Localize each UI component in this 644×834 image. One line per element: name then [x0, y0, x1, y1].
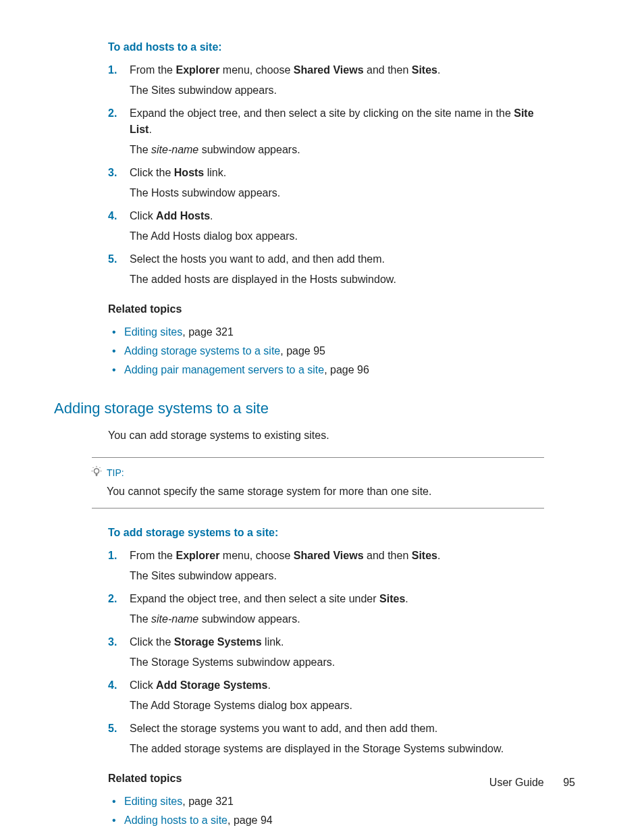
svg-line-5	[100, 467, 101, 468]
related-link[interactable]: Adding pair management servers to a site	[124, 364, 324, 375]
step-number: 3.	[108, 634, 117, 650]
step-item: 2. Expand the object tree, and then sele…	[108, 105, 544, 158]
tip-callout: TIP: You cannot specify the same storage…	[92, 457, 544, 509]
lightbulb-icon	[90, 466, 103, 478]
doc-title: User Guide	[489, 777, 544, 788]
procedure-title: To add hosts to a site:	[108, 39, 544, 55]
step-item: 5. Select the hosts you want to add, and…	[108, 251, 544, 288]
list-item: Adding pair management servers to a site…	[108, 831, 544, 834]
related-link[interactable]: Editing sites	[124, 326, 182, 338]
related-topics-list: Editing sites, page 321 Adding hosts to …	[108, 793, 544, 834]
svg-point-0	[94, 469, 99, 474]
step-result: The Add Hosts dialog box appears.	[130, 228, 544, 244]
procedure-steps: 1. From the Explorer menu, choose Shared…	[108, 548, 544, 757]
step-result: The Add Storage Systems dialog box appea…	[130, 698, 544, 714]
section-heading: Adding storage systems to a site	[54, 397, 544, 419]
step-text: From the Explorer menu, choose Shared Vi…	[130, 62, 544, 78]
list-item: Adding storage systems to a site, page 9…	[108, 343, 544, 359]
step-item: 3. Click the Storage Systems link. The S…	[108, 634, 544, 671]
section-intro: You can add storage systems to existing …	[108, 427, 544, 444]
step-text: From the Explorer menu, choose Shared Vi…	[130, 548, 544, 564]
step-item: 4. Click Add Hosts. The Add Hosts dialog…	[108, 208, 544, 244]
step-result: The site-name subwindow appears.	[130, 611, 544, 627]
step-result: The Sites subwindow appears.	[130, 82, 544, 99]
step-number: 5.	[108, 721, 117, 737]
list-item: Adding hosts to a site, page 94	[108, 812, 544, 829]
step-number: 4.	[108, 208, 117, 224]
page-number: 95	[563, 777, 575, 788]
step-item: 2. Expand the object tree, and then sele…	[108, 591, 544, 627]
list-item: Editing sites, page 321	[108, 793, 544, 810]
step-item: 3. Click the Hosts link. The Hosts subwi…	[108, 165, 544, 201]
procedure-title: To add storage systems to a site:	[108, 525, 544, 541]
step-text: Click the Storage Systems link.	[130, 634, 544, 650]
step-number: 2.	[108, 105, 117, 122]
step-item: 1. From the Explorer menu, choose Shared…	[108, 62, 544, 99]
step-text: Expand the object tree, and then select …	[130, 591, 544, 607]
list-item: Editing sites, page 321	[108, 324, 544, 340]
step-number: 1.	[108, 62, 117, 78]
step-number: 5.	[108, 251, 117, 267]
step-result: The site-name subwindow appears.	[130, 142, 544, 158]
svg-line-4	[93, 467, 94, 468]
related-topics-heading: Related topics	[108, 771, 544, 787]
related-topics-heading: Related topics	[108, 301, 544, 317]
step-text: Click the Hosts link.	[130, 165, 544, 181]
step-result: The Hosts subwindow appears.	[130, 185, 544, 201]
step-text: Expand the object tree, and then select …	[130, 105, 544, 138]
step-text: Select the hosts you want to add, and th…	[130, 251, 544, 267]
step-number: 2.	[108, 591, 117, 607]
related-topics-list: Editing sites, page 321 Adding storage s…	[108, 324, 544, 378]
step-result: The Sites subwindow appears.	[130, 568, 544, 584]
step-result: The added storage systems are displayed …	[130, 741, 544, 757]
step-text: Select the storage systems you want to a…	[130, 721, 544, 737]
step-item: 5. Select the storage systems you want t…	[108, 721, 544, 757]
step-item: 4. Click Add Storage Systems. The Add St…	[108, 677, 544, 714]
related-link[interactable]: Editing sites	[124, 796, 182, 807]
tip-label: TIP:	[107, 467, 124, 478]
step-number: 1.	[108, 548, 117, 564]
step-text: Click Add Storage Systems.	[130, 677, 544, 694]
related-link[interactable]: Adding storage systems to a site	[124, 345, 280, 357]
step-number: 3.	[108, 165, 117, 181]
step-result: The added hosts are displayed in the Hos…	[130, 271, 544, 288]
page-footer: User Guide 95	[489, 775, 575, 791]
tip-text: You cannot specify the same storage syst…	[107, 484, 544, 500]
related-link[interactable]: Adding hosts to a site	[124, 814, 227, 826]
list-item: Adding pair management servers to a site…	[108, 362, 544, 378]
procedure-steps: 1. From the Explorer menu, choose Shared…	[108, 62, 544, 288]
step-number: 4.	[108, 677, 117, 694]
step-result: The Storage Systems subwindow appears.	[130, 654, 544, 671]
step-text: Click Add Hosts.	[130, 208, 544, 224]
step-item: 1. From the Explorer menu, choose Shared…	[108, 548, 544, 584]
